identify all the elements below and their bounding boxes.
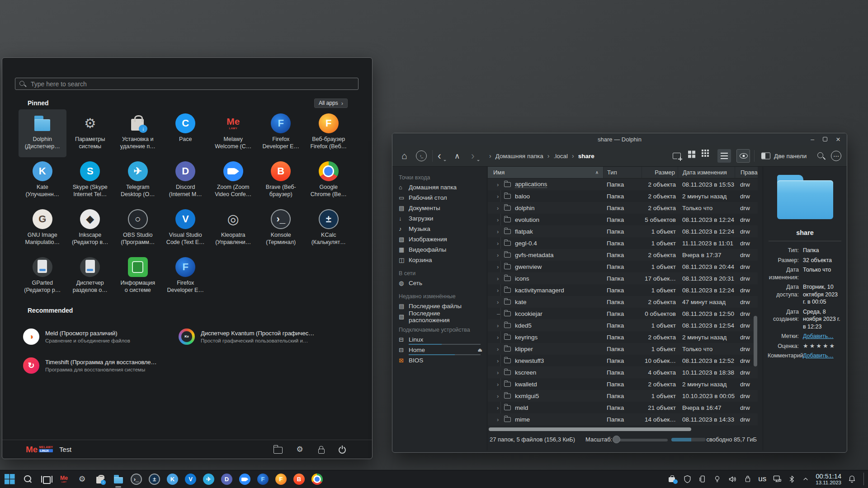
column-header-size[interactable]: Размер bbox=[642, 167, 678, 178]
expand-arrow-icon[interactable]: › bbox=[497, 216, 504, 223]
places-item[interactable]: ⌂ Домашняя папка bbox=[392, 182, 487, 192]
expand-arrow-icon[interactable]: › bbox=[497, 287, 504, 294]
table-row[interactable]: – kcookiejar Папка 0 объектов 08.11.2023… bbox=[488, 308, 758, 319]
app-tile[interactable]: K Kate(Улучшенн… bbox=[19, 157, 66, 205]
lock-keys-icon[interactable] bbox=[744, 475, 752, 483]
app-tile[interactable]: F FirefoxDeveloper E… bbox=[257, 109, 305, 157]
taskbar-app-button[interactable] bbox=[3, 472, 17, 486]
power-button[interactable] bbox=[339, 446, 346, 454]
vertical-scrollbar[interactable] bbox=[754, 316, 757, 366]
app-tile[interactable]: V Visual StudioCode (Text E… bbox=[162, 205, 210, 253]
app-tile[interactable]: C Pace bbox=[162, 109, 210, 157]
volume-icon[interactable] bbox=[728, 474, 737, 484]
taskbar-app-button[interactable]: F bbox=[256, 472, 270, 486]
bluetooth-icon[interactable] bbox=[788, 475, 796, 483]
close-button[interactable]: × bbox=[836, 136, 840, 143]
taskbar-app-button[interactable]: ›_ bbox=[129, 472, 143, 486]
expand-arrow-icon[interactable]: › bbox=[497, 346, 504, 352]
app-tile[interactable]: ↓ Установка иудаление п… bbox=[114, 109, 162, 157]
expand-arrow-icon[interactable]: › bbox=[497, 252, 504, 258]
taskbar-app-button[interactable]: ± bbox=[147, 472, 161, 486]
back-dropdown-icon[interactable] bbox=[443, 160, 446, 163]
table-row[interactable]: › kded5 Папка 1 объект 08.11.2023 в 12:5… bbox=[488, 319, 758, 331]
table-row[interactable]: › gvfs-metadata Папка 2 объекта Вчера в … bbox=[488, 249, 758, 261]
app-tile[interactable]: GParted(Редактор р… bbox=[19, 253, 66, 301]
settings-button[interactable]: ⚙ bbox=[295, 445, 304, 454]
app-tile[interactable]: Диспетчерразделов о… bbox=[66, 253, 114, 301]
expand-arrow-icon[interactable]: › bbox=[497, 393, 504, 399]
table-row[interactable]: › gwenview Папка 1 объект 08.11.2023 в 2… bbox=[488, 261, 758, 272]
places-item[interactable]: ⊠ BIOS bbox=[392, 355, 487, 366]
taskbar-app-button[interactable]: D bbox=[220, 472, 234, 486]
peek-at-desktop[interactable] bbox=[863, 473, 865, 485]
expand-arrow-icon[interactable]: › bbox=[497, 263, 504, 270]
kdeconnect-icon[interactable] bbox=[698, 475, 707, 483]
app-tile[interactable]: D Discord(Internet M… bbox=[162, 157, 210, 205]
app-tile[interactable]: Информацияо системе bbox=[114, 253, 162, 301]
keyboard-layout-indicator[interactable]: us bbox=[758, 474, 766, 483]
places-item[interactable]: ♪ Музыка bbox=[392, 224, 487, 234]
breadcrumb-local[interactable]: .local bbox=[553, 153, 568, 160]
taskbar-app-button[interactable]: V bbox=[184, 472, 198, 486]
table-row[interactable]: › kxmlgui5 Папка 1 объект 10.10.2023 в 0… bbox=[488, 390, 758, 402]
taskbar-app-button[interactable]: Me LAWY bbox=[57, 472, 71, 486]
split-view-icon[interactable] bbox=[761, 152, 770, 159]
table-row[interactable]: › dolphin Папка 2 объекта Только что drw bbox=[488, 202, 758, 214]
table-row[interactable]: › keyrings Папка 2 объекта 2 минуты наза… bbox=[488, 331, 758, 343]
search-input[interactable] bbox=[30, 80, 354, 88]
expand-arrow-icon[interactable]: › bbox=[497, 275, 504, 282]
app-tile[interactable]: Me LAWY MelawyWelcome (C… bbox=[209, 109, 257, 157]
app-tile[interactable]: B Brave (Веб-браузер) bbox=[257, 157, 305, 205]
taskbar-app-button[interactable] bbox=[21, 472, 35, 486]
split-view-label[interactable]: Две панели bbox=[774, 152, 807, 159]
new-folder-panel-icon[interactable] bbox=[673, 153, 681, 159]
expand-tray-icon[interactable] bbox=[802, 475, 809, 483]
horizontal-scrollbar[interactable] bbox=[489, 427, 691, 431]
table-row[interactable]: › gegl-0.4 Папка 1 объект 11.11.2023 в 1… bbox=[488, 237, 758, 249]
expand-arrow-icon[interactable]: › bbox=[497, 299, 504, 305]
places-item[interactable]: ▧ Изображения bbox=[392, 234, 487, 244]
search-icon[interactable] bbox=[816, 151, 826, 160]
search-bar[interactable] bbox=[15, 78, 359, 90]
lock-screen-button[interactable] bbox=[318, 449, 325, 454]
app-tile[interactable]: ✈ TelegramDesktop (O… bbox=[114, 157, 162, 205]
expand-arrow-icon[interactable]: › bbox=[497, 357, 504, 364]
forward-button[interactable]: › bbox=[471, 150, 475, 162]
details-view-icon[interactable] bbox=[721, 153, 728, 159]
taskbar-app-button[interactable]: ⚙ bbox=[75, 472, 89, 486]
table-row[interactable]: › icons Папка 17 объек… 08.11.2023 в 20:… bbox=[488, 272, 758, 284]
taskbar-app-button[interactable] bbox=[310, 472, 324, 486]
zoom-slider-track[interactable] bbox=[615, 439, 668, 441]
app-tile[interactable]: GoogleChrome (Be… bbox=[305, 157, 353, 205]
expand-arrow-icon[interactable]: › bbox=[497, 404, 504, 411]
maximize-button[interactable] bbox=[823, 137, 827, 141]
app-tile[interactable]: G GNU ImageManipulatio… bbox=[19, 205, 66, 253]
table-row[interactable]: › applications Папка 2 объекта 08.11.202… bbox=[488, 178, 758, 190]
preview-eye-icon[interactable] bbox=[740, 153, 748, 159]
minimize-button[interactable]: – bbox=[811, 136, 814, 142]
places-item[interactable]: ◫ Корзина bbox=[392, 255, 487, 265]
home-icon[interactable]: ⌂ bbox=[401, 150, 407, 161]
recommended-item[interactable]: Kv Диспетчер Kvantum (Простой графичес… … bbox=[175, 322, 324, 351]
compact-view-icon[interactable] bbox=[702, 150, 703, 151]
app-tile[interactable]: Dolphin(Диспетчер… bbox=[19, 109, 66, 157]
terminal-icon[interactable]: ›_ bbox=[416, 150, 427, 161]
table-row[interactable]: › flatpak Папка 1 объект 08.11.2023 в 12… bbox=[488, 225, 758, 237]
table-row[interactable]: › kscreen Папка 4 объекта 10.11.2023 в 1… bbox=[488, 366, 758, 378]
expand-arrow-icon[interactable]: › bbox=[497, 205, 504, 211]
places-item[interactable]: ▭ Рабочий стол bbox=[392, 192, 487, 203]
expand-arrow-icon[interactable]: › bbox=[497, 381, 504, 388]
updates-icon[interactable] bbox=[668, 474, 677, 483]
app-tile[interactable]: F FirefoxDeveloper E… bbox=[162, 253, 210, 301]
places-item[interactable]: ◍ Сеть bbox=[392, 278, 487, 288]
recommended-item[interactable]: ◑ Meld (Просмотр различий) Сравнение и о… bbox=[19, 322, 169, 351]
expand-arrow-icon[interactable]: › bbox=[497, 193, 504, 200]
digital-clock[interactable]: 00:51:14 13.11.2023 bbox=[816, 473, 841, 486]
app-tile[interactable]: ◆ Inkscape(Редактор в… bbox=[66, 205, 114, 253]
expand-arrow-icon[interactable]: › bbox=[497, 228, 504, 235]
app-tile[interactable]: ◎ Kleopatra(Управлени… bbox=[209, 205, 257, 253]
property-value[interactable]: Добавить… bbox=[803, 352, 842, 360]
taskbar-app-button[interactable]: ✈ bbox=[202, 472, 216, 486]
places-item[interactable]: ⊟ Home ⏏ bbox=[392, 345, 487, 355]
table-row[interactable]: › baloo Папка 2 объекта 2 минуты назад d… bbox=[488, 190, 758, 202]
